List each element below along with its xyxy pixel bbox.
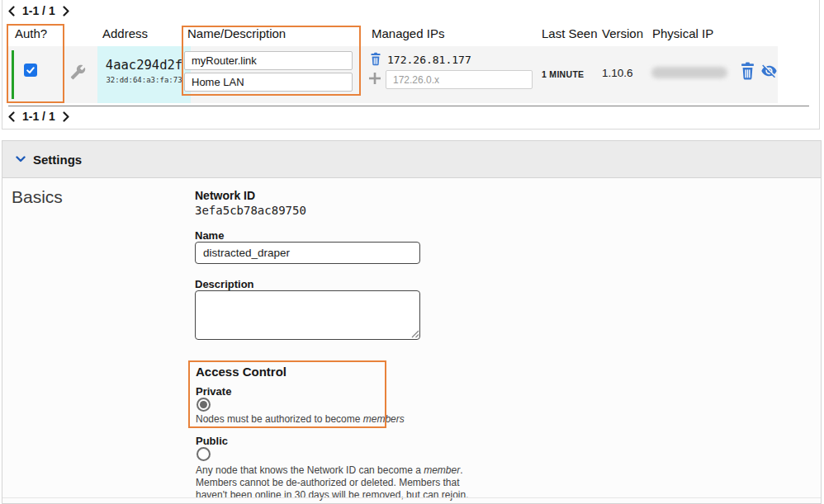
resize-handle-icon[interactable] — [410, 329, 419, 338]
column-header-auth: Auth? — [15, 26, 47, 40]
column-header-name: Name/Description — [187, 26, 286, 40]
auth-checkbox[interactable] — [24, 64, 37, 77]
column-header-last-seen: Last Seen — [542, 26, 598, 40]
column-header-address: Address — [102, 26, 148, 40]
pagination-range-label: 1-1 / 1 — [22, 4, 55, 17]
private-radio[interactable] — [197, 398, 211, 412]
pagination-next-button[interactable] — [63, 6, 69, 16]
managed-ip-value: 172.26.81.177 — [387, 54, 471, 66]
network-description-textarea[interactable] — [195, 290, 420, 340]
members-panel: 1-1 / 1 Auth? Address Name/Description M… — [2, 0, 820, 130]
public-help-line: Any node that knows the Network ID can b… — [196, 464, 469, 477]
member-address: 4aac294d2f — [97, 58, 191, 73]
column-header-physical-ip: Physical IP — [652, 26, 713, 40]
settings-panel: Settings Basics Network ID 3efa5cb78ac89… — [2, 140, 822, 504]
public-help-prefix: Any node that knows the Network ID can b… — [196, 464, 424, 476]
column-header-managed-ips: Managed IPs — [372, 26, 444, 40]
zerotier-network-page: 1-1 / 1 Auth? Address Name/Description M… — [0, 0, 824, 504]
member-row: 4aac294d2f 32:dd:64:a3:fa:73 172.26.81.1… — [8, 46, 778, 103]
public-help-line: Members cannot be de-authorized or delet… — [196, 477, 469, 489]
members-pagination-bottom: 1-1 / 1 — [8, 110, 69, 123]
member-address-cell: 4aac294d2f 32:dd:64:a3:fa:73 — [97, 46, 191, 103]
pagination-range-label: 1-1 / 1 — [22, 110, 55, 123]
network-name-input[interactable] — [195, 242, 420, 264]
settings-header-label: Settings — [33, 153, 82, 167]
public-help-emphasis: member — [424, 464, 460, 476]
private-option-label: Private — [196, 385, 231, 398]
member-name-input[interactable] — [184, 51, 353, 70]
version-value: 1.10.6 — [602, 67, 633, 79]
column-header-version: Version — [602, 26, 643, 40]
member-description-input[interactable] — [184, 73, 353, 92]
public-help-line: haven't been online in 30 days will be r… — [196, 489, 469, 502]
last-seen-value: 1 MINUTE — [542, 69, 584, 79]
network-id-value: 3efa5cb78ac89750 — [195, 204, 306, 217]
new-managed-ip-input[interactable] — [386, 70, 533, 89]
public-help-suffix: . — [460, 464, 462, 476]
network-id-label: Network ID — [195, 189, 255, 202]
divider — [2, 497, 821, 498]
pagination-prev-button[interactable] — [8, 6, 15, 16]
private-help-text: Nodes must be authorized to become membe… — [196, 413, 405, 426]
access-control-title: Access Control — [196, 365, 287, 379]
private-help-emphasis: members — [363, 413, 405, 425]
private-help-prefix: Nodes must be authorized to become — [196, 413, 363, 425]
settings-header[interactable]: Settings — [2, 141, 821, 178]
members-pagination-top: 1-1 / 1 — [8, 4, 69, 17]
public-radio[interactable] — [197, 447, 211, 461]
chevron-down-icon — [16, 156, 26, 163]
member-mac-address: 32:dd:64:a3:fa:73 — [97, 76, 191, 84]
pagination-prev-button[interactable] — [8, 111, 15, 122]
delete-managed-ip-icon[interactable] — [370, 52, 381, 66]
network-description-label: Description — [195, 278, 254, 290]
pagination-next-button[interactable] — [63, 111, 69, 122]
section-title: Basics — [12, 187, 63, 207]
public-option-label: Public — [196, 435, 228, 447]
auth-status-bar — [12, 50, 14, 99]
network-name-label: Name — [195, 229, 224, 242]
divider — [8, 106, 809, 106]
add-ip-icon[interactable] — [368, 72, 381, 85]
hide-member-icon[interactable] — [760, 63, 779, 79]
physical-ip-redacted — [651, 67, 727, 78]
public-help-text: Any node that knows the Network ID can b… — [196, 464, 469, 502]
delete-member-icon[interactable] — [740, 62, 755, 80]
wrench-icon[interactable] — [70, 64, 86, 80]
